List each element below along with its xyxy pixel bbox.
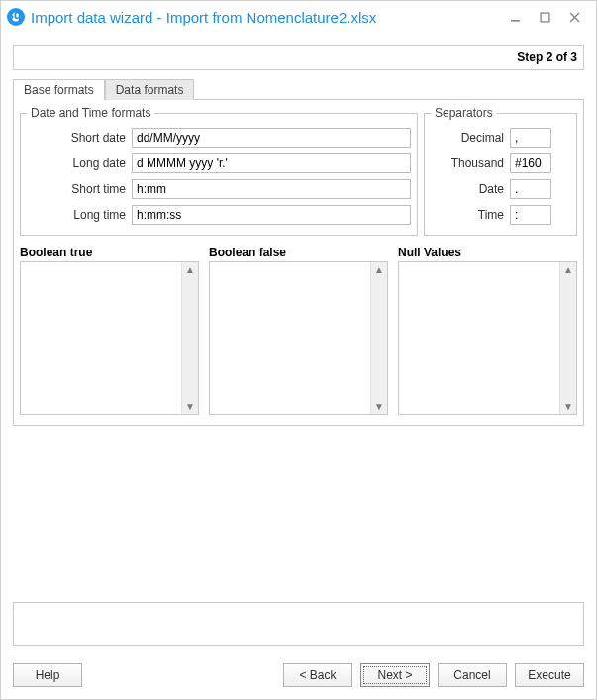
thousand-input[interactable]: [510, 153, 551, 173]
group-datetime-formats: Date and Time formats Short date Long da…: [20, 106, 418, 236]
long-date-label: Long date: [27, 156, 132, 170]
date-sep-label: Date: [431, 182, 510, 196]
date-sep-input[interactable]: [510, 179, 551, 199]
boolean-true-list[interactable]: ▲ ▼: [20, 261, 199, 415]
decimal-input[interactable]: [510, 128, 551, 148]
boolean-false-column: Boolean false ▲ ▼: [209, 246, 388, 415]
help-button[interactable]: Help: [13, 663, 82, 687]
client-area: Step 2 of 3 Base formats Data formats Da…: [1, 33, 596, 699]
step-indicator: Step 2 of 3: [13, 45, 584, 70]
chevron-up-icon[interactable]: ▲: [185, 262, 195, 277]
minimize-icon[interactable]: [505, 7, 525, 27]
chevron-down-icon[interactable]: ▼: [185, 399, 195, 414]
scrollbar[interactable]: ▲ ▼: [181, 262, 198, 414]
svg-rect-3: [541, 13, 549, 22]
next-button[interactable]: Next >: [360, 663, 430, 687]
chevron-down-icon[interactable]: ▼: [563, 399, 573, 414]
window-controls: [505, 7, 590, 27]
null-values-header: Null Values: [398, 246, 577, 259]
message-area: [13, 602, 584, 646]
chevron-up-icon[interactable]: ▲: [563, 262, 573, 277]
boolean-true-header: Boolean true: [20, 246, 199, 259]
short-date-label: Short date: [27, 131, 132, 145]
short-time-input[interactable]: [132, 179, 411, 199]
tab-control: Base formats Data formats Date and Time …: [13, 78, 584, 426]
time-sep-input[interactable]: [510, 205, 551, 225]
decimal-label: Decimal: [431, 131, 510, 145]
maximize-icon[interactable]: [535, 7, 554, 27]
short-date-input[interactable]: [132, 128, 411, 148]
step-label: Step 2 of 3: [517, 50, 577, 64]
tab-data-formats[interactable]: Data formats: [105, 79, 195, 100]
group-separators: Separators Decimal Thousand Date: [424, 106, 577, 236]
svg-text:sql: sql: [11, 12, 21, 22]
group-datetime-legend: Date and Time formats: [27, 106, 154, 120]
dialog-window: sql Import data wizard - Import from Nom…: [0, 0, 597, 700]
scrollbar[interactable]: ▲ ▼: [370, 262, 387, 414]
boolean-true-column: Boolean true ▲ ▼: [20, 246, 199, 415]
long-date-input[interactable]: [132, 153, 411, 173]
scrollbar[interactable]: ▲ ▼: [559, 262, 576, 414]
long-time-input[interactable]: [132, 205, 411, 225]
tab-page-base-formats: Date and Time formats Short date Long da…: [13, 99, 584, 426]
boolean-false-header: Boolean false: [209, 246, 388, 259]
short-time-label: Short time: [27, 182, 132, 196]
chevron-down-icon[interactable]: ▼: [374, 399, 384, 414]
time-sep-label: Time: [431, 208, 510, 222]
chevron-up-icon[interactable]: ▲: [374, 262, 384, 277]
back-button[interactable]: < Back: [283, 663, 352, 687]
execute-button[interactable]: Execute: [515, 663, 584, 687]
thousand-label: Thousand: [431, 156, 510, 170]
boolean-false-list[interactable]: ▲ ▼: [209, 261, 388, 415]
null-values-column: Null Values ▲ ▼: [398, 246, 577, 415]
cancel-button[interactable]: Cancel: [438, 663, 507, 687]
long-time-label: Long time: [27, 208, 132, 222]
null-values-list[interactable]: ▲ ▼: [398, 261, 577, 415]
tab-strip: Base formats Data formats: [13, 78, 584, 99]
tab-base-formats[interactable]: Base formats: [13, 79, 105, 100]
group-separators-legend: Separators: [431, 106, 497, 120]
window-title: Import data wizard - Import from Nomencl…: [31, 9, 505, 26]
title-bar: sql Import data wizard - Import from Nom…: [1, 1, 596, 33]
app-icon: sql: [7, 8, 25, 26]
button-bar: Help < Back Next > Cancel Execute: [13, 663, 584, 687]
close-icon[interactable]: [564, 7, 584, 27]
value-lists-row: Boolean true ▲ ▼ Boolean false: [20, 246, 577, 415]
